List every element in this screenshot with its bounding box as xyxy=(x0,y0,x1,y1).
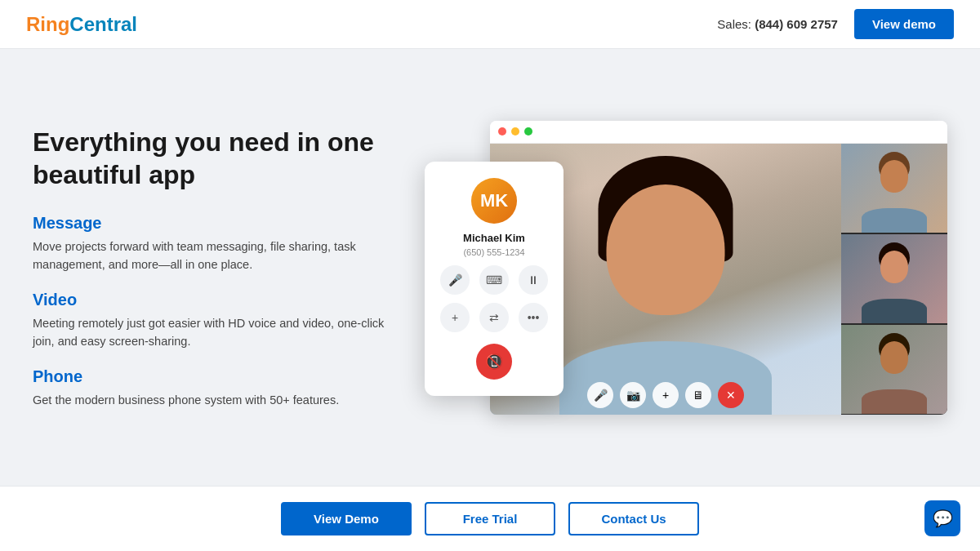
call-transfer-button[interactable]: ⇄ xyxy=(479,303,509,332)
sales-info: Sales: (844) 609 2757 xyxy=(717,17,838,31)
participant-3-video xyxy=(841,325,947,414)
feature-phone-desc: Get the modern business phone system wit… xyxy=(33,391,392,409)
video-sidebar-participants xyxy=(841,144,947,415)
call-end-button[interactable]: 📵 xyxy=(476,344,512,380)
left-panel: Everything you need in one beautiful app… xyxy=(33,109,392,425)
feature-message-desc: Move projects forward with team messagin… xyxy=(33,238,392,274)
video-participant-2 xyxy=(841,234,947,323)
video-participant-3 xyxy=(841,325,947,414)
feature-phone-title: Phone xyxy=(33,367,392,386)
call-mic-button[interactable]: 🎤 xyxy=(440,265,470,295)
window-maximize-dot xyxy=(524,127,532,136)
view-demo-button-header[interactable]: View demo xyxy=(854,9,954,39)
video-participant-1 xyxy=(841,144,947,233)
right-panel: 🎤 📷 + 🖥 ✕ xyxy=(425,113,947,423)
window-close-dot xyxy=(498,127,506,136)
logo: RingCentral xyxy=(26,13,137,36)
feature-phone: Phone Get the modern business phone syst… xyxy=(33,367,392,409)
feature-video: Video Meeting remotely just got easier w… xyxy=(33,291,392,351)
header-right: Sales: (844) 609 2757 View demo xyxy=(717,9,954,39)
call-keypad-button[interactable]: ⌨ xyxy=(479,265,509,295)
free-trial-button[interactable]: Free Trial xyxy=(425,502,555,535)
phone-call-popup: MK Michael Kim (650) 555-1234 🎤 ⌨ ⏸ + ⇄ … xyxy=(425,162,564,396)
feature-video-title: Video xyxy=(33,291,392,309)
logo-ring: Ring xyxy=(26,13,69,36)
video-titlebar xyxy=(490,121,947,144)
sales-phone: (844) 609 2757 xyxy=(755,17,838,31)
contact-us-button[interactable]: Contact Us xyxy=(568,502,699,535)
main-content: Everything you need in one beautiful app… xyxy=(0,49,980,486)
caller-name: Michael Kim xyxy=(463,232,525,244)
window-minimize-dot xyxy=(511,127,519,136)
video-end-button[interactable]: ✕ xyxy=(718,382,744,408)
feature-message: Message Move projects forward with team … xyxy=(33,214,392,274)
caller-number: (650) 555-1234 xyxy=(463,247,524,257)
footer: View Demo Free Trial Contact Us 💬 xyxy=(0,486,980,551)
call-more-button[interactable]: ••• xyxy=(519,303,548,332)
video-add-button[interactable]: + xyxy=(653,382,679,408)
participant-1-video xyxy=(841,144,947,233)
view-demo-button-footer[interactable]: View Demo xyxy=(281,502,412,535)
participant-2-video xyxy=(841,234,947,323)
main-heading: Everything you need in one beautiful app xyxy=(33,126,392,191)
call-hold-button[interactable]: ⏸ xyxy=(519,265,548,295)
call-controls-row2: + ⇄ ••• xyxy=(440,303,548,332)
video-mic-button[interactable]: 🎤 xyxy=(587,382,613,408)
call-controls-row1: 🎤 ⌨ ⏸ xyxy=(440,265,548,295)
logo-central: Central xyxy=(69,13,137,36)
chat-fab-button[interactable]: 💬 xyxy=(924,500,960,536)
call-add-button[interactable]: + xyxy=(440,303,470,332)
video-camera-button[interactable]: 📷 xyxy=(620,382,646,408)
feature-video-desc: Meeting remotely just got easier with HD… xyxy=(33,314,392,351)
chat-icon: 💬 xyxy=(933,509,953,528)
caller-avatar: MK xyxy=(471,178,517,224)
sales-label: Sales: xyxy=(717,17,751,31)
header: RingCentral Sales: (844) 609 2757 View d… xyxy=(0,0,980,49)
video-share-button[interactable]: 🖥 xyxy=(685,382,711,408)
feature-message-title: Message xyxy=(33,214,392,233)
